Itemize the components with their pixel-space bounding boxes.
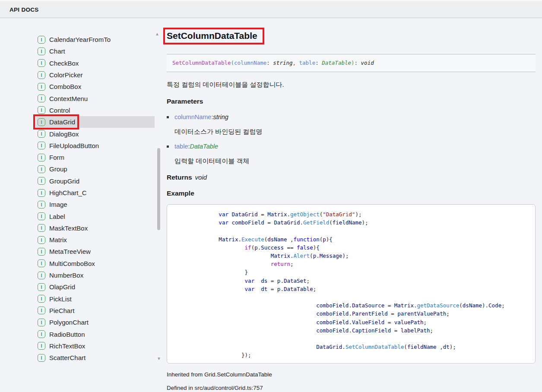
interface-icon: I — [38, 342, 45, 350]
interface-icon: I — [38, 59, 45, 67]
annotation-box-title: SetColumnDataTable — [163, 28, 264, 44]
bullet-icon — [167, 145, 169, 148]
sidebar-item-label: ColorPicker — [49, 71, 83, 79]
code-block: var DataGrid = Matrix.getObject("DataGri… — [167, 204, 536, 364]
sidebar-item-datagrid[interactable]: IDataGrid — [36, 116, 155, 128]
sidebar-item-contextmenu[interactable]: IContextMenu — [36, 92, 155, 104]
sidebar-item-picklist[interactable]: IPickList — [36, 293, 155, 305]
parameter-type: DataTable — [190, 142, 218, 151]
inherited-from: Inherited from Grid.SetColumnDataTable — [167, 371, 536, 379]
parameter-name: table — [174, 142, 188, 151]
interface-icon: I — [38, 248, 45, 256]
sidebar-item-label: ComboBox — [49, 83, 81, 90]
sidebar-item-label: Matrix — [49, 236, 67, 243]
app-header: API DOCS — [0, 0, 542, 18]
sidebar-item-highchart_c[interactable]: IHighChart_C — [36, 187, 155, 199]
sidebar-item-checkbox[interactable]: ICheckBox — [36, 57, 155, 69]
sidebar-item-label: RichTextBox — [49, 342, 85, 350]
sidebar-scrollbar-thumb[interactable] — [157, 148, 160, 230]
sidebar-item-control[interactable]: IControl — [36, 104, 155, 116]
sidebar-item-matrix[interactable]: IMatrix — [36, 234, 155, 246]
interface-icon: I — [38, 319, 45, 326]
defined-in: Defined in src/aud/control/Grid.ts:757 — [167, 384, 536, 392]
interface-icon: I — [38, 83, 45, 91]
sidebar-item-label: NumberBox — [49, 272, 83, 279]
sidebar-item-piechart[interactable]: IPieChart — [36, 305, 155, 316]
sidebar-item-fileuploadbutton[interactable]: IFileUploadButton — [36, 140, 155, 152]
interface-icon: I — [38, 47, 45, 55]
method-description: 특정 컬럼의 데이터테이블을 설정합니다. — [167, 80, 536, 89]
interface-icon: I — [38, 165, 45, 173]
interface-icon: I — [38, 106, 45, 114]
sidebar-item-richtextbox[interactable]: IRichTextBox — [36, 340, 155, 352]
sidebar-item-label: OlapGrid — [49, 283, 75, 291]
interface-icon: I — [38, 354, 45, 362]
sidebar-item-label: Group — [49, 165, 67, 173]
interface-icon: I — [38, 283, 45, 291]
sidebar-item-label: Form — [49, 154, 64, 161]
sidebar-item-group[interactable]: IGroup — [36, 163, 155, 175]
sidebar-item-dialogbox[interactable]: IDialogBox — [36, 128, 155, 139]
interface-icon: I — [38, 118, 45, 126]
parameter-name: columnName — [174, 113, 211, 121]
sidebar-nav: ICalendarYearFromToIChartICheckBoxIColor… — [36, 34, 155, 364]
interface-icon: I — [38, 177, 45, 185]
sidebar-item-image[interactable]: IImage — [36, 199, 155, 210]
interface-icon: I — [38, 142, 45, 149]
interface-icon: I — [38, 71, 45, 79]
sidebar-item-label: DialogBox — [49, 130, 79, 138]
interface-icon: I — [38, 307, 45, 314]
parameter-item: columnName: string데이터소스가 바인딩된 컬럼명 — [167, 113, 536, 136]
app-title: API DOCS — [0, 6, 39, 13]
example-code: var DataGrid = Matrix.getObject("DataGri… — [173, 210, 529, 360]
sidebar-item-label: CheckBox — [49, 60, 79, 67]
parameter-description: 데이터소스가 바인딩된 컬럼명 — [167, 127, 536, 136]
sidebar-item-chart[interactable]: IChart — [36, 45, 155, 57]
sidebar-item-colorpicker[interactable]: IColorPicker — [36, 69, 155, 81]
interface-icon: I — [38, 189, 45, 197]
interface-icon: I — [38, 330, 45, 338]
interface-icon: I — [38, 224, 45, 232]
sidebar-item-label: Image — [49, 201, 67, 208]
sidebar-item-scatterchart[interactable]: IScatterChart — [36, 352, 155, 364]
sidebar-item-label: Chart — [49, 47, 65, 55]
sidebar-item-label: HighChart_C — [49, 189, 87, 196]
sidebar-item-radiobutton[interactable]: IRadioButton — [36, 328, 155, 340]
parameter-type: string — [213, 113, 228, 121]
bullet-icon — [167, 116, 169, 118]
returns-label: Returns — [167, 174, 192, 181]
interface-icon: I — [38, 95, 45, 102]
sidebar-item-masktextbox[interactable]: IMaskTextBox — [36, 222, 155, 234]
sidebar-item-calendaryearfromto[interactable]: ICalendarYearFromTo — [36, 34, 155, 45]
sidebar-item-label: Control — [49, 107, 70, 114]
interface-icon: I — [38, 36, 45, 44]
sidebar-item-label: FileUploadButton — [49, 142, 99, 149]
sidebar-item-numberbox[interactable]: INumberBox — [36, 269, 155, 281]
sidebar-item-label: GroupGrid — [49, 177, 79, 185]
interface-icon: I — [38, 236, 45, 244]
interface-icon: I — [38, 259, 45, 267]
scroll-up-icon[interactable]: ▲ — [154, 32, 160, 36]
sidebar-item-combobox[interactable]: IComboBox — [36, 81, 155, 92]
main-content: SetColumnDataTable SetColumnDataTable(co… — [167, 28, 536, 392]
sidebar-item-label: Label — [49, 213, 65, 220]
sidebar-item-polygonchart[interactable]: IPolygonChart — [36, 316, 155, 328]
example-heading: Example — [167, 189, 536, 198]
sidebar-item-multicombobox[interactable]: IMultiComboBox — [36, 258, 155, 269]
sidebar-item-metatreeview[interactable]: IMetaTreeView — [36, 246, 155, 257]
sidebar-item-label: PickList — [49, 295, 72, 303]
sidebar-item-label: RadioButton — [49, 331, 85, 338]
sidebar-item-form[interactable]: IForm — [36, 152, 155, 163]
sidebar-item-label: CalendarYearFromTo — [49, 36, 111, 43]
scroll-down-icon[interactable]: ▼ — [156, 357, 162, 361]
sidebar-item-label: DataGrid — [49, 118, 75, 126]
interface-icon: I — [38, 130, 45, 138]
parameter-description: 입력할 데이터테이블 객체 — [167, 157, 536, 165]
parameter-line: table: DataTable — [167, 142, 536, 151]
sidebar-item-label[interactable]: ILabel — [36, 210, 155, 222]
parameter-line: columnName: string — [167, 113, 536, 121]
sidebar-item-groupgrid[interactable]: IGroupGrid — [36, 175, 155, 187]
method-signature: SetColumnDataTable(columnName: string, t… — [172, 60, 374, 66]
interface-icon: I — [38, 154, 45, 161]
sidebar-item-olapgrid[interactable]: IOlapGrid — [36, 281, 155, 293]
